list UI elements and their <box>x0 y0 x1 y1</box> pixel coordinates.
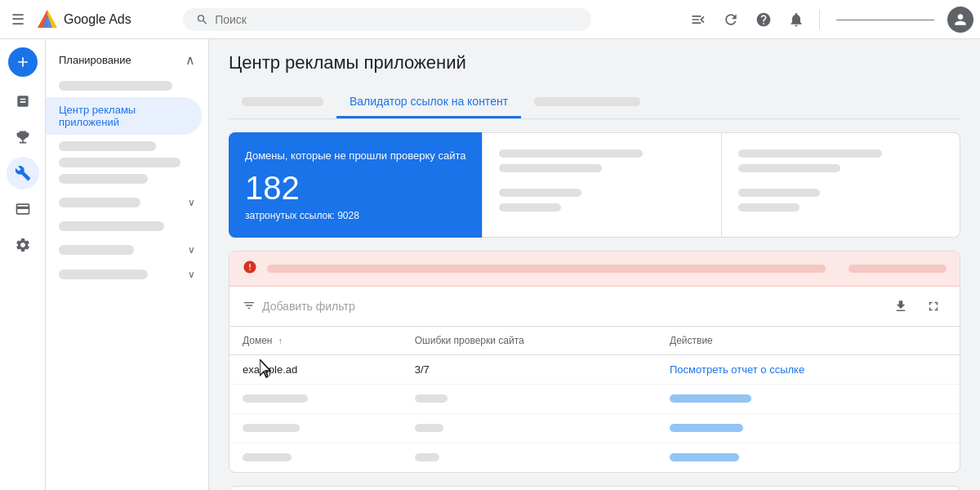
nav-item-app-center[interactable]: Центр рекламы приложений <box>46 97 202 135</box>
top-bar: ☰ Google Ads <box>0 0 980 39</box>
help-button[interactable] <box>751 7 777 33</box>
refresh-button[interactable] <box>718 7 744 33</box>
nav-section-planning[interactable]: Планирование ∧ <box>46 46 208 74</box>
error-text-skel-2 <box>849 265 947 273</box>
avatar[interactable] <box>947 7 973 33</box>
sidebar-toggle-button[interactable] <box>685 7 711 33</box>
sidebar-add-button[interactable] <box>8 47 38 77</box>
settings-icon <box>15 237 31 253</box>
campaigns-icon <box>15 93 31 109</box>
error-icon <box>243 260 257 278</box>
summary-card-blue: Домены, которые не прошли проверку сайта… <box>229 132 482 238</box>
summary-cards: Домены, которые не прошли проверку сайта… <box>229 132 960 238</box>
tab-skel-1 <box>242 97 323 106</box>
bottom-card <box>229 486 960 490</box>
search-input[interactable] <box>215 13 578 26</box>
refresh-icon <box>723 11 739 28</box>
trophy-icon <box>15 129 31 145</box>
header-row: Домен ↑ Ошибки проверки сайта Действие <box>229 327 960 355</box>
sidebar-settings-button[interactable] <box>7 229 39 261</box>
col-errors-label: Ошибки проверки сайта <box>415 335 524 346</box>
sidebar-goals-button[interactable] <box>7 121 39 154</box>
sort-icon[interactable]: ↑ <box>278 336 283 345</box>
sidebar-icons <box>0 39 46 490</box>
chevron-up-icon: ∧ <box>185 52 195 68</box>
account-info[interactable]: —————————— <box>830 14 941 25</box>
filter-icon <box>243 299 256 314</box>
error-bar <box>229 252 960 287</box>
download-button[interactable] <box>888 293 914 319</box>
main-layout: Планирование ∧ Центр рекламы приложений … <box>0 39 980 490</box>
tab-placeholder-1[interactable] <box>229 87 336 118</box>
sidebar-tools-button[interactable] <box>7 157 39 189</box>
chevron-down-icon-2: ∨ <box>188 197 195 208</box>
nav-skeleton-7 <box>59 245 134 255</box>
google-logo-icon <box>36 8 59 31</box>
notifications-button[interactable] <box>783 7 809 33</box>
col-errors: Ошибки проверки сайта <box>402 327 657 355</box>
sidebar-billing-button[interactable] <box>7 193 39 225</box>
app-logo: Google Ads <box>36 8 131 31</box>
tabs-bar: Валидатор ссылок на контент <box>229 87 960 119</box>
nav-skeleton-3 <box>59 158 180 167</box>
filter-placeholder-text[interactable]: Добавить фильтр <box>262 300 881 313</box>
nav-section-3[interactable]: ∨ <box>46 238 208 262</box>
nav-skeleton-5 <box>59 198 140 207</box>
col-domain: Домен ↑ <box>229 327 402 355</box>
filter-funnel-icon <box>243 299 256 312</box>
domain-skel-3 <box>243 424 300 432</box>
col-action: Действие <box>657 327 960 355</box>
col-domain-label: Домен <box>243 335 273 346</box>
tab-placeholder-2[interactable] <box>521 87 653 118</box>
search-icon <box>196 13 208 26</box>
summary-card-right <box>722 132 960 238</box>
errors-skel-3 <box>415 424 443 432</box>
app-name-text: Google Ads <box>64 12 131 27</box>
cell-errors-3 <box>402 414 657 443</box>
card-skel-r2 <box>738 164 841 172</box>
logo-area: ☰ Google Ads <box>7 8 170 31</box>
avatar-icon <box>952 11 969 28</box>
filter-bar: Добавить фильтр <box>229 287 960 327</box>
table-container: Добавить фильтр <box>229 251 960 473</box>
nav-skeleton-6 <box>59 221 164 231</box>
cell-errors-2 <box>402 385 657 414</box>
tab-validator[interactable]: Валидатор ссылок на контент <box>336 87 521 118</box>
fullscreen-icon <box>926 299 941 314</box>
account-id: —————————— <box>836 14 934 25</box>
action-skel-2 <box>670 394 751 403</box>
notifications-icon <box>788 11 804 28</box>
card-title: Домены, которые не прошли проверку сайта <box>245 149 466 163</box>
cell-action-3 <box>657 414 960 443</box>
sidebar-campaigns-button[interactable] <box>7 85 39 118</box>
card-skel-2 <box>499 164 602 172</box>
nav-section-4[interactable]: ∨ <box>46 262 208 287</box>
table-body: example.ad 3/7 Посмотреть отчет о ссылке <box>229 355 960 473</box>
table-header: Домен ↑ Ошибки проверки сайта Действие <box>229 327 960 355</box>
hamburger-icon: ☰ <box>11 11 24 29</box>
tab-validator-label: Валидатор ссылок на контент <box>350 95 508 108</box>
nav-skeleton-4 <box>59 174 148 184</box>
chevron-down-icon-4: ∨ <box>188 269 195 280</box>
nav-skeleton-2 <box>59 141 156 151</box>
search-box[interactable] <box>183 8 591 31</box>
errors-skel-4 <box>415 453 439 461</box>
cell-action-1: Посмотреть отчет о ссылке <box>657 355 960 385</box>
nav-section-2[interactable]: ∨ <box>46 190 208 215</box>
table-row <box>229 414 960 443</box>
card-number: 182 <box>245 170 466 207</box>
table-row <box>229 385 960 414</box>
add-icon <box>15 54 31 70</box>
col-action-label: Действие <box>670 335 713 346</box>
view-report-link-1[interactable]: Посмотреть отчет о ссылке <box>670 363 804 376</box>
help-icon <box>755 11 772 28</box>
billing-icon <box>15 201 31 217</box>
hamburger-button[interactable]: ☰ <box>7 8 29 31</box>
nav-skeleton-8 <box>59 270 148 279</box>
cell-domain-1: example.ad <box>229 355 402 385</box>
table-row: example.ad 3/7 Посмотреть отчет о ссылке <box>229 355 960 385</box>
chevron-down-icon-3: ∨ <box>188 244 195 256</box>
nav-item-label: Центр рекламы приложений <box>59 104 136 128</box>
fullscreen-button[interactable] <box>920 293 947 319</box>
page-title: Центр рекламы приложений <box>229 52 960 74</box>
